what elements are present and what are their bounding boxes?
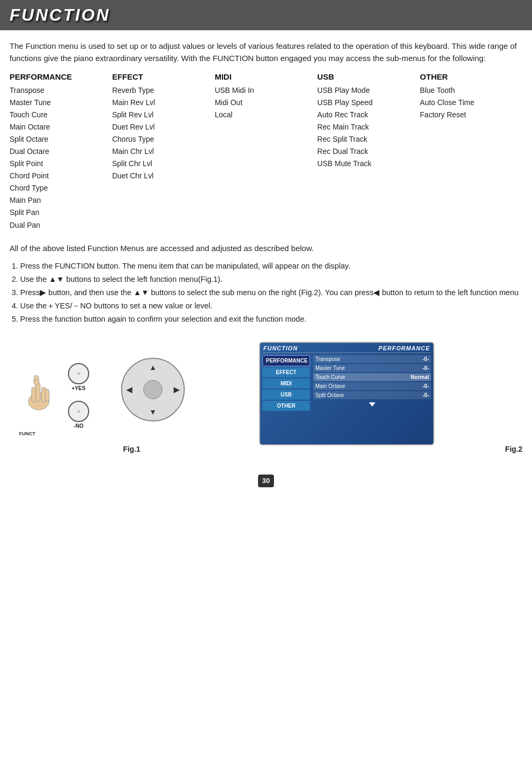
list-item: Touch Cure — [10, 109, 112, 121]
list-item: Split Octare — [10, 133, 112, 145]
list-item: USB Mute Track — [318, 158, 420, 170]
screen-menu-other[interactable]: OTHER — [262, 401, 310, 411]
yes-button-group: ○ +YES — [68, 363, 89, 391]
screen-menu-usb[interactable]: USB — [262, 390, 310, 400]
no-button-label: ○ — [77, 408, 80, 414]
screen-right-area: Transpose -0- Master Tune -0- Touch Curv… — [310, 355, 431, 411]
instructions-list: Press the FUNCTION button. The menu item… — [10, 260, 522, 326]
col-header-usb: USB — [318, 72, 420, 81]
list-item: Main Pan — [10, 194, 112, 206]
yes-label: +YES — [68, 385, 89, 391]
screen-row-value: -0- — [408, 383, 429, 389]
step-1: Press the FUNCTION button. The menu item… — [20, 260, 522, 272]
list-item: Rec Split Track — [318, 133, 420, 145]
scroll-indicator — [313, 400, 431, 407]
dpad-left-arrow[interactable]: ◀ — [126, 385, 132, 394]
intro-section: The Function menu is used to set up or t… — [0, 40, 532, 65]
list-item: Local — [214, 109, 317, 121]
list-item: Auto Rec Track — [318, 109, 420, 121]
screen-row-value: -0- — [408, 356, 429, 362]
list-item: USB Midi In — [214, 84, 317, 97]
function-button-label: FUNCT — [19, 431, 36, 436]
screen-row-value: -0- — [408, 392, 429, 398]
screen-row-label: Split Octave — [315, 392, 408, 398]
instructions-section: All of the above listed Function Menus a… — [0, 242, 532, 326]
list-item: USB Play Speed — [318, 97, 420, 109]
screen-row-mainoctave: Main Octave -0- — [313, 382, 431, 390]
step-2: Use the ▲▼ buttons to select the left fu… — [20, 273, 522, 286]
screen-menu-midi[interactable]: MIDI — [262, 378, 310, 389]
list-item: Duet Chr Lvl — [112, 170, 214, 182]
screen-menu-effect[interactable]: EFFECT — [262, 367, 310, 377]
dpad-down-arrow[interactable]: ▼ — [149, 408, 157, 416]
fig2-label: Fig.2 — [505, 445, 522, 453]
screen-row-label: Transpose — [315, 356, 408, 362]
col-header-midi: MIDI — [214, 72, 317, 81]
header-bar: FUNCTION — [0, 0, 532, 30]
list-item: Midi Out — [214, 97, 317, 109]
directional-pad: ▲ ▼ ◀ ▶ — [121, 358, 185, 421]
screen-body: PERFORMANCE EFFECT MIDI USB OTHER Transp… — [260, 355, 433, 411]
fig1-label: Fig.1 — [123, 445, 141, 453]
screen-row-label: Master Tune — [315, 365, 408, 371]
no-button[interactable]: ○ — [68, 401, 89, 422]
page-title: FUNCTION — [10, 5, 110, 24]
screen-left-menu: PERFORMANCE EFFECT MIDI USB OTHER — [262, 355, 310, 411]
col-header-effect: EFFECT — [112, 72, 214, 81]
instructions-intro: All of the above listed Function Menus a… — [10, 242, 522, 255]
col-header-performance: PERFORMANCE — [10, 72, 112, 81]
page-number-area: 30 — [0, 475, 532, 498]
hand-icon — [20, 368, 57, 412]
list-item: Transpose — [10, 84, 112, 97]
svg-rect-4 — [45, 389, 49, 401]
list-item: Auto Close Time — [420, 97, 522, 109]
dpad-circle: ▲ ▼ ◀ ▶ — [121, 358, 185, 421]
list-item: Blue Tooth — [420, 84, 522, 97]
arrow-down-icon — [369, 402, 375, 407]
no-label: -NO — [68, 423, 89, 429]
svg-rect-2 — [32, 387, 36, 402]
screen-title-function: FUNCTION — [263, 345, 298, 351]
yes-button-label: ○ — [77, 371, 80, 376]
dpad-up-arrow[interactable]: ▲ — [149, 363, 157, 372]
yes-no-buttons: ○ +YES ○ -NO — [68, 363, 89, 429]
list-item: Rec Dual Track — [318, 145, 420, 158]
list-item: Main Rev Lvl — [112, 97, 214, 109]
col-midi: MIDI USB Midi In Midi Out Local — [214, 72, 317, 231]
fig2-area: FUNCTION PERFORMANCE PERFORMANCE EFFECT … — [254, 342, 522, 459]
intro-text: The Function menu is used to set up or t… — [10, 40, 522, 65]
menu-table: PERFORMANCE Transpose Master Tune Touch … — [0, 72, 532, 231]
col-performance: PERFORMANCE Transpose Master Tune Touch … — [10, 72, 112, 231]
svg-point-6 — [34, 375, 39, 380]
list-item: Split Pan — [10, 206, 112, 219]
dpad-center — [143, 380, 162, 399]
screen-row-splitoctave: Split Octave -0- — [313, 391, 431, 399]
screen-top-bar: FUNCTION PERFORMANCE — [260, 343, 433, 352]
list-item: Chord Type — [10, 182, 112, 194]
list-item: Split Point — [10, 158, 112, 170]
list-item: Dual Pan — [10, 219, 112, 231]
list-item: Reverb Type — [112, 84, 214, 97]
col-header-other: OTHER — [420, 72, 522, 81]
screen-row-transpose: Transpose -0- — [313, 355, 431, 363]
screen-row-touchcurve: Touch Curve Normal — [313, 373, 431, 381]
dpad-right-arrow[interactable]: ▶ — [174, 385, 179, 394]
step-3: Press▶ button, and then use the ▲▼ butto… — [20, 287, 522, 299]
screen-menu-performance[interactable]: PERFORMANCE — [262, 355, 310, 366]
hand-svg — [20, 368, 57, 411]
screen-row-value: -0- — [408, 365, 429, 371]
list-item: Rec Main Track — [318, 121, 420, 133]
col-usb: USB USB Play Mode USB Play Speed Auto Re… — [318, 72, 420, 231]
screen-row-mastertune: Master Tune -0- — [313, 364, 431, 372]
screen-display: FUNCTION PERFORMANCE PERFORMANCE EFFECT … — [259, 342, 434, 445]
list-item: Factory Reset — [420, 109, 522, 121]
list-item: Chorus Type — [112, 133, 214, 145]
list-item: USB Play Mode — [318, 84, 420, 97]
list-item: Dual Octare — [10, 145, 112, 158]
list-item: Main Octare — [10, 121, 112, 133]
list-item: Duet Rev Lvl — [112, 121, 214, 133]
list-item: Split Rev Lvl — [112, 109, 214, 121]
no-button-group: ○ -NO — [68, 401, 89, 429]
list-item: Main Chr Lvl — [112, 145, 214, 158]
yes-button[interactable]: ○ — [68, 363, 89, 384]
